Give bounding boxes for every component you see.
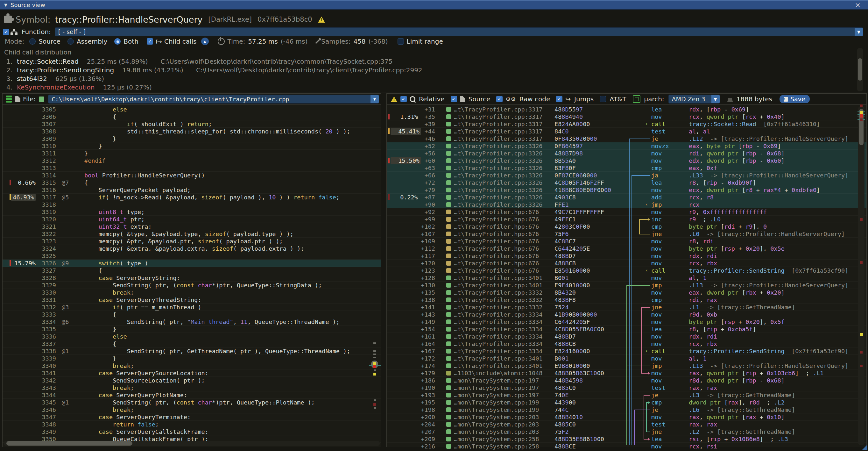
file-dropdown-icon[interactable]: ▼ [371, 95, 379, 103]
raw-code-checkbox[interactable]: ✓ [496, 96, 503, 102]
symbol-warning-icon[interactable] [318, 17, 325, 23]
jumps-checkbox[interactable]: ✓ [556, 96, 562, 102]
assembly-row[interactable]: +109…t\TracyProfiler.hpp:6764C8BC7movr8,… [387, 238, 866, 245]
source-toggle-label[interactable]: Source [468, 95, 491, 103]
source-line[interactable]: 3333 { [3, 311, 381, 318]
source-line[interactable]: 3325 [3, 252, 381, 260]
source-line[interactable]: 3331 case ServerQueryThreadString: [3, 296, 381, 304]
assembly-row[interactable]: 1.31%+35…t\TracyProfiler.cpp:3317488B494… [387, 113, 866, 120]
source-line[interactable]: 15.79%3326@9 switch( type ) [3, 260, 381, 267]
assembly-row[interactable]: 45.41%+44…t\TracyProfiler.cpp:331784C0te… [387, 128, 866, 135]
resize-grip[interactable] [862, 445, 867, 450]
source-line[interactable]: 3318 [3, 201, 381, 208]
source-line[interactable]: 3308 std::this_thread::sleep_for( std::c… [3, 128, 381, 135]
source-line[interactable]: 3336 else [3, 333, 381, 340]
relative-label[interactable]: Relative [419, 95, 445, 103]
uarch-dropdown-icon[interactable]: ▼ [711, 95, 720, 103]
child-call-item[interactable]: 3.stat64i32625 μs (1.36%) [3, 75, 104, 83]
source-line[interactable]: 3328 case ServerQueryString: [3, 274, 381, 281]
assembly-row[interactable]: +79…t\TracyProfiler.cpp:3326418B8C80E0BF… [387, 186, 866, 194]
source-line[interactable]: 3324 memcpy( &extra, &payload.extra, siz… [3, 245, 381, 252]
assembly-row[interactable]: +107…t\TracyProfiler.hpp:67675F6jne.L0 -… [387, 230, 866, 238]
jumps-label[interactable]: Jumps [574, 95, 594, 103]
source-line[interactable]: 3313 [3, 164, 381, 172]
source-line[interactable]: 3321 uint32_t extra; [3, 223, 381, 230]
source-line[interactable]: 3306 { [3, 113, 381, 120]
source-line[interactable]: 3310 } [3, 142, 381, 150]
mode-radio-source[interactable] [29, 38, 36, 44]
assembly-row[interactable]: +72…t\TracyProfiler.cpp:33264C8D05F146F2… [387, 179, 866, 186]
source-line[interactable]: 3343 break; [3, 384, 381, 391]
source-line[interactable]: 3335 } [3, 326, 381, 333]
source-line[interactable]: 3312#endif [3, 157, 381, 164]
save-button[interactable]: Save [779, 95, 810, 103]
assembly-row[interactable]: +117…t\TracyProfiler.hpp:676488BD7movrdx… [387, 252, 866, 260]
mode-option-assembly[interactable]: Assembly [77, 38, 107, 45]
source-checkbox[interactable]: ✓ [451, 96, 457, 102]
source-line[interactable]: 3316 ServerQueryPacket payload; [3, 186, 381, 194]
source-line[interactable]: 3337 { [3, 340, 381, 348]
source-line[interactable]: 3338@1 SendString( ptr, GetThreadName( p… [3, 348, 381, 355]
source-line[interactable]: 0.66%3315@7{ [3, 179, 381, 186]
assembly-row[interactable]: +128…t\TracyProfiler.cpp:3401B001moval, … [387, 274, 866, 281]
source-line[interactable]: 3307 if( shouldExit ) return; [3, 120, 381, 128]
source-line[interactable]: 3344 case ServerQueryPlotName: [3, 391, 381, 399]
database-icon[interactable] [6, 95, 12, 102]
child-calls-label[interactable]: Child calls [164, 38, 197, 45]
child-call-scrollbar[interactable] [857, 48, 863, 91]
limit-range-label[interactable]: Limit range [407, 38, 443, 45]
limit-range-checkbox[interactable]: ✓ [398, 38, 404, 44]
assembly-row[interactable]: +99…t\TracyProfiler.hpp:67649FFC1incr9 ;… [387, 216, 866, 223]
assembly-row[interactable]: +31…t\TracyProfiler.cpp:3317488D5597lear… [387, 106, 866, 113]
file-select[interactable]: C:\Users\wolf\Desktop\darkrl\contrib\tra… [48, 95, 379, 103]
source-line[interactable]: 3348 return false; [3, 421, 381, 428]
assembly-row[interactable]: 0.22%+87…t\TracyProfiler.cpp:33264903C8a… [387, 194, 866, 201]
assembly-row[interactable]: +63…t\TracyProfiler.cpp:332683F80Fcmpeax… [387, 164, 866, 172]
source-line[interactable]: 3320 uint64_t ptr; [3, 216, 381, 223]
assembly-row[interactable]: +90…t\TracyProfiler.cpp:3326FFE1‹jmprcx [387, 201, 866, 208]
source-line[interactable]: 3311} [3, 150, 381, 157]
source-line[interactable]: 46.93%3317@5 if( !m_sock->Read( &payload… [3, 194, 381, 201]
att-label[interactable]: AT&T [610, 95, 626, 103]
assembly-row[interactable]: +66…t\TracyProfiler.cpp:33260F87CE060000… [387, 172, 866, 179]
collapse-child-calls-button[interactable]: ▲ [201, 38, 209, 45]
source-line[interactable]: 3322 memcpy( &type, &payload.type, sizeo… [3, 230, 381, 238]
uarch-select[interactable]: AMD Zen 3 ▼ [669, 95, 720, 103]
att-checkbox[interactable]: ✓ [600, 96, 606, 102]
mode-radio-assembly[interactable] [67, 38, 74, 44]
child-call-item[interactable]: 1.tracy::Socket::Read25.25 ms (54.89%)C:… [3, 58, 393, 66]
assembly-row[interactable]: +56…t\TracyProfiler.cpp:3326488B7D98movr… [387, 150, 866, 157]
assembly-row[interactable]: +52…t\TracyProfiler.cpp:33260FB64597movz… [387, 142, 866, 150]
source-line[interactable]: 3329 SendString( ptr, (const char*)ptr, … [3, 281, 381, 289]
source-line[interactable]: 3334@6 SendString( ptr, "Main thread", 1… [3, 318, 381, 326]
function-checkbox[interactable]: ✓ [3, 29, 9, 35]
source-line[interactable]: 3319 uint8_t type; [3, 208, 381, 216]
source-line[interactable]: 3314bool Profiler::HandleServerQuery() [3, 172, 381, 179]
raw-code-label[interactable]: Raw code [520, 95, 550, 103]
assembly-row[interactable]: +112…t\TracyProfiler.hpp:676C64424205Emo… [387, 245, 866, 252]
source-line[interactable]: 3309 } [3, 135, 381, 142]
assembly-row[interactable]: +39…t\TracyProfiler.cpp:3317E824AA0000‹c… [387, 120, 866, 128]
child-calls-checkbox[interactable]: ✓ [147, 38, 153, 44]
assembly-warning-icon[interactable] [391, 96, 397, 101]
source-line[interactable]: 3347 case ServerQueryTerminate: [3, 413, 381, 421]
source-line[interactable]: 3345@1 SendString( ptr, (const char*)ptr… [3, 399, 381, 406]
source-line[interactable]: 3346 break; [3, 406, 381, 413]
child-call-item[interactable]: 4.KeSynchronizeExecution125 μs (0.27%) [3, 84, 152, 92]
assembly-row[interactable]: +102…t\TracyProfiler.hpp:67642803C0F00cm… [387, 223, 866, 230]
source-line[interactable]: 3332@3 if( ptr == m_mainThread ) [3, 304, 381, 311]
assembly-row[interactable]: +92…t\TracyProfiler.hpp:67649C7C1FFFFFFF… [387, 208, 866, 216]
source-line[interactable]: 3349 case ServerQueryCallstackFrame: [3, 428, 381, 435]
source-line[interactable]: 3339 } [3, 355, 381, 362]
title-bar[interactable]: ▼ Source view × [0, 0, 868, 9]
mode-option-both[interactable]: Both [124, 38, 138, 45]
assembly-row[interactable]: +120…t\TracyProfiler.hpp:676488BCBmovrcx… [387, 260, 866, 267]
function-select[interactable]: [ - self - ] ▼ [55, 27, 863, 36]
source-line[interactable]: 3340 break; [3, 362, 381, 369]
source-line[interactable]: 3323 memcpy( &ptr, &payload.ptr, sizeof(… [3, 238, 381, 245]
assembly-scrollbar[interactable] [858, 107, 865, 445]
mode-option-source[interactable]: Source [38, 38, 60, 45]
assembly-row[interactable]: 15.50%+60…t\TracyProfiler.cpp:33268B55A0… [387, 157, 866, 164]
close-icon[interactable]: × [855, 1, 861, 9]
source-line[interactable]: 3305 else [3, 106, 381, 113]
